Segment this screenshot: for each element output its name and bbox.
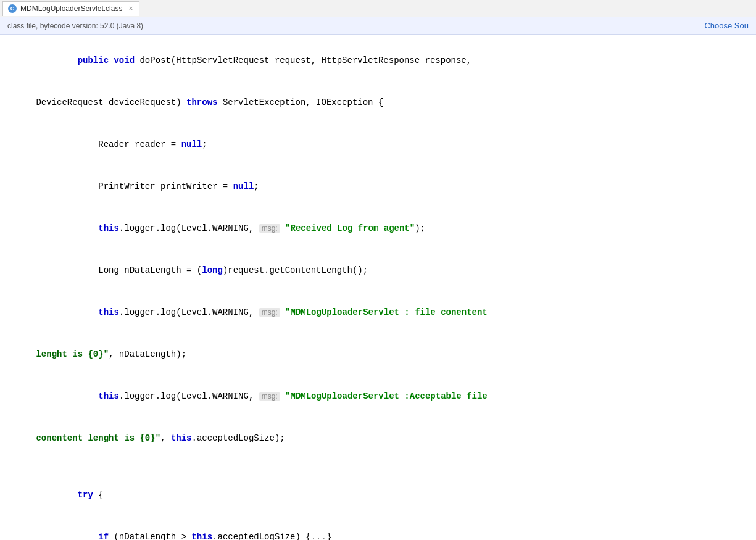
info-bar: class file, bytecode version: 52.0 (Java… [0,17,756,35]
tab-bar: C MDMLogUploaderServlet.class × [0,0,756,17]
code-line: Long nDataLength = (long)request.getCont… [0,249,756,291]
bytecode-info: class file, bytecode version: 52.0 (Java… [7,22,143,30]
code-line: if (nDataLength > this.acceptedLogSize) … [0,516,756,540]
code-line [0,459,756,474]
code-line: this.logger.log(Level.WARNING, msg: "MDM… [0,375,756,417]
choose-source-link[interactable]: Choose Sou [704,21,749,30]
tab-close-button[interactable]: × [128,4,133,13]
code-line: Reader reader = null; [0,123,756,165]
code-line: lenght is {0}", nDataLength); [0,333,756,375]
code-line: PrintWriter printWriter = null; [0,165,756,207]
code-line: this.logger.log(Level.WARNING, msg: "MDM… [0,291,756,333]
code-line: try { [0,474,756,516]
tab-label: MDMLogUploaderServlet.class [20,4,122,13]
tab-file-icon: C [8,4,17,13]
code-line: this.logger.log(Level.WARNING, msg: "Rec… [0,207,756,249]
code-editor: public void doPost(HttpServletRequest re… [0,35,756,540]
code-line: conentent lenght is {0}", this.acceptedL… [0,417,756,459]
code-line: public void doPost(HttpServletRequest re… [0,39,756,81]
code-line: DeviceRequest deviceRequest) throws Serv… [0,81,756,123]
tab-mdmloguploader[interactable]: C MDMLogUploaderServlet.class × [2,1,139,16]
